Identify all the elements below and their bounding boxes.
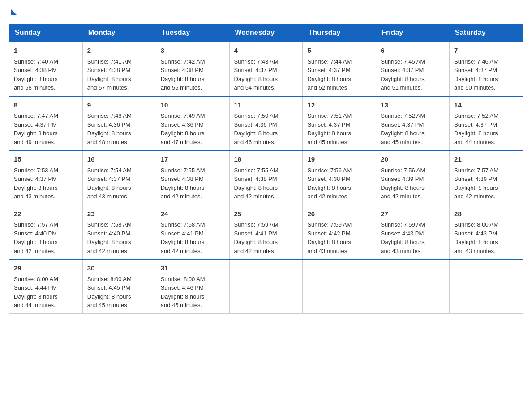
day-info: Sunrise: 7:42 AMSunset: 4:38 PMDaylight:… <box>161 58 205 91</box>
day-number: 1 <box>14 46 78 56</box>
day-cell-20: 20 Sunrise: 7:56 AMSunset: 4:39 PMDaylig… <box>376 150 450 205</box>
weekday-header-friday: Friday <box>376 24 450 42</box>
day-number: 30 <box>87 263 151 274</box>
day-info: Sunrise: 7:57 AMSunset: 4:39 PMDaylight:… <box>454 167 498 200</box>
day-number: 20 <box>381 154 445 165</box>
day-cell-13: 13 Sunrise: 7:52 AMSunset: 4:37 PMDaylig… <box>376 96 450 151</box>
day-number: 7 <box>454 46 518 56</box>
day-number: 15 <box>14 154 78 165</box>
day-cell-23: 23 Sunrise: 7:58 AMSunset: 4:40 PMDaylig… <box>82 205 156 260</box>
day-cell-9: 9 Sunrise: 7:48 AMSunset: 4:36 PMDayligh… <box>82 96 156 151</box>
day-info: Sunrise: 7:46 AMSunset: 4:37 PMDaylight:… <box>454 58 498 91</box>
day-info: Sunrise: 7:50 AMSunset: 4:36 PMDaylight:… <box>234 112 279 146</box>
day-info: Sunrise: 7:40 AMSunset: 4:38 PMDaylight:… <box>14 58 58 91</box>
day-info: Sunrise: 7:45 AMSunset: 4:37 PMDaylight:… <box>381 58 425 91</box>
day-cell-11: 11 Sunrise: 7:50 AMSunset: 4:36 PMDaylig… <box>229 96 303 151</box>
empty-cell <box>229 259 303 313</box>
day-info: Sunrise: 7:41 AMSunset: 4:38 PMDaylight:… <box>87 58 132 91</box>
day-info: Sunrise: 8:00 AMSunset: 4:43 PMDaylight:… <box>454 221 498 254</box>
day-info: Sunrise: 8:00 AMSunset: 4:44 PMDaylight:… <box>14 276 58 309</box>
logo <box>9 9 17 15</box>
page-header <box>9 9 523 15</box>
day-number: 28 <box>454 209 518 219</box>
calendar-week-row: 1 Sunrise: 7:40 AMSunset: 4:38 PMDayligh… <box>9 42 523 96</box>
day-cell-14: 14 Sunrise: 7:52 AMSunset: 4:37 PMDaylig… <box>450 96 523 151</box>
day-cell-27: 27 Sunrise: 7:59 AMSunset: 4:43 PMDaylig… <box>376 205 450 260</box>
weekday-header-sunday: Sunday <box>9 24 83 42</box>
day-number: 19 <box>307 154 371 165</box>
empty-cell <box>303 259 376 313</box>
calendar-week-row: 8 Sunrise: 7:47 AMSunset: 4:37 PMDayligh… <box>9 96 523 151</box>
day-cell-22: 22 Sunrise: 7:57 AMSunset: 4:40 PMDaylig… <box>9 205 83 260</box>
weekday-header-tuesday: Tuesday <box>156 24 229 42</box>
day-number: 31 <box>161 263 225 274</box>
day-number: 24 <box>161 209 225 219</box>
day-info: Sunrise: 7:52 AMSunset: 4:37 PMDaylight:… <box>381 112 425 146</box>
day-number: 9 <box>87 100 151 111</box>
day-cell-7: 7 Sunrise: 7:46 AMSunset: 4:37 PMDayligh… <box>450 42 523 96</box>
day-cell-4: 4 Sunrise: 7:43 AMSunset: 4:37 PMDayligh… <box>229 42 303 96</box>
day-info: Sunrise: 7:51 AMSunset: 4:37 PMDaylight:… <box>307 112 352 146</box>
day-number: 13 <box>381 100 445 111</box>
day-cell-19: 19 Sunrise: 7:56 AMSunset: 4:38 PMDaylig… <box>303 150 376 205</box>
day-number: 25 <box>234 209 298 219</box>
day-info: Sunrise: 7:59 AMSunset: 4:41 PMDaylight:… <box>234 221 279 254</box>
day-cell-30: 30 Sunrise: 8:00 AMSunset: 4:45 PMDaylig… <box>82 259 156 313</box>
day-info: Sunrise: 8:00 AMSunset: 4:45 PMDaylight:… <box>87 276 132 309</box>
weekday-header-saturday: Saturday <box>450 24 523 42</box>
day-cell-6: 6 Sunrise: 7:45 AMSunset: 4:37 PMDayligh… <box>376 42 450 96</box>
day-cell-31: 31 Sunrise: 8:00 AMSunset: 4:46 PMDaylig… <box>156 259 229 313</box>
day-info: Sunrise: 7:56 AMSunset: 4:39 PMDaylight:… <box>381 167 425 200</box>
day-number: 4 <box>234 46 298 56</box>
day-cell-28: 28 Sunrise: 8:00 AMSunset: 4:43 PMDaylig… <box>450 205 523 260</box>
day-number: 5 <box>307 46 371 56</box>
empty-cell <box>450 259 523 313</box>
day-number: 14 <box>454 100 518 111</box>
day-number: 18 <box>234 154 298 165</box>
day-cell-1: 1 Sunrise: 7:40 AMSunset: 4:38 PMDayligh… <box>9 42 83 96</box>
day-info: Sunrise: 7:47 AMSunset: 4:37 PMDaylight:… <box>14 112 58 146</box>
day-cell-10: 10 Sunrise: 7:49 AMSunset: 4:36 PMDaylig… <box>156 96 229 151</box>
weekday-header-thursday: Thursday <box>303 24 376 42</box>
day-number: 8 <box>14 100 78 111</box>
day-number: 10 <box>161 100 225 111</box>
weekday-header-monday: Monday <box>82 24 156 42</box>
calendar-week-row: 15 Sunrise: 7:53 AMSunset: 4:37 PMDaylig… <box>9 150 523 205</box>
day-info: Sunrise: 7:49 AMSunset: 4:36 PMDaylight:… <box>161 112 205 146</box>
day-cell-12: 12 Sunrise: 7:51 AMSunset: 4:37 PMDaylig… <box>303 96 376 151</box>
day-cell-17: 17 Sunrise: 7:55 AMSunset: 4:38 PMDaylig… <box>156 150 229 205</box>
day-info: Sunrise: 7:59 AMSunset: 4:42 PMDaylight:… <box>307 221 352 254</box>
day-cell-18: 18 Sunrise: 7:55 AMSunset: 4:38 PMDaylig… <box>229 150 303 205</box>
day-info: Sunrise: 7:58 AMSunset: 4:40 PMDaylight:… <box>87 221 132 254</box>
day-info: Sunrise: 8:00 AMSunset: 4:46 PMDaylight:… <box>161 276 205 309</box>
day-info: Sunrise: 7:58 AMSunset: 4:41 PMDaylight:… <box>161 221 205 254</box>
day-number: 6 <box>381 46 445 56</box>
day-info: Sunrise: 7:44 AMSunset: 4:37 PMDaylight:… <box>307 58 352 91</box>
day-number: 17 <box>161 154 225 165</box>
day-cell-5: 5 Sunrise: 7:44 AMSunset: 4:37 PMDayligh… <box>303 42 376 96</box>
day-cell-16: 16 Sunrise: 7:54 AMSunset: 4:37 PMDaylig… <box>82 150 156 205</box>
day-number: 23 <box>87 209 151 219</box>
day-cell-2: 2 Sunrise: 7:41 AMSunset: 4:38 PMDayligh… <box>82 42 156 96</box>
day-number: 21 <box>454 154 518 165</box>
day-info: Sunrise: 7:43 AMSunset: 4:37 PMDaylight:… <box>234 58 279 91</box>
day-cell-15: 15 Sunrise: 7:53 AMSunset: 4:37 PMDaylig… <box>9 150 83 205</box>
weekday-header-wednesday: Wednesday <box>229 24 303 42</box>
day-number: 22 <box>14 209 78 219</box>
day-cell-3: 3 Sunrise: 7:42 AMSunset: 4:38 PMDayligh… <box>156 42 229 96</box>
day-info: Sunrise: 7:52 AMSunset: 4:37 PMDaylight:… <box>454 112 498 146</box>
day-cell-8: 8 Sunrise: 7:47 AMSunset: 4:37 PMDayligh… <box>9 96 83 151</box>
day-number: 27 <box>381 209 445 219</box>
day-number: 3 <box>161 46 225 56</box>
day-info: Sunrise: 7:56 AMSunset: 4:38 PMDaylight:… <box>307 167 352 200</box>
day-info: Sunrise: 7:55 AMSunset: 4:38 PMDaylight:… <box>161 167 205 200</box>
day-info: Sunrise: 7:59 AMSunset: 4:43 PMDaylight:… <box>381 221 425 254</box>
calendar-week-row: 22 Sunrise: 7:57 AMSunset: 4:40 PMDaylig… <box>9 205 523 260</box>
day-info: Sunrise: 7:55 AMSunset: 4:38 PMDaylight:… <box>234 167 279 200</box>
day-info: Sunrise: 7:48 AMSunset: 4:36 PMDaylight:… <box>87 112 132 146</box>
day-cell-25: 25 Sunrise: 7:59 AMSunset: 4:41 PMDaylig… <box>229 205 303 260</box>
day-number: 11 <box>234 100 298 111</box>
weekday-header-row: SundayMondayTuesdayWednesdayThursdayFrid… <box>9 24 523 42</box>
day-number: 12 <box>307 100 371 111</box>
day-info: Sunrise: 7:54 AMSunset: 4:37 PMDaylight:… <box>87 167 132 200</box>
